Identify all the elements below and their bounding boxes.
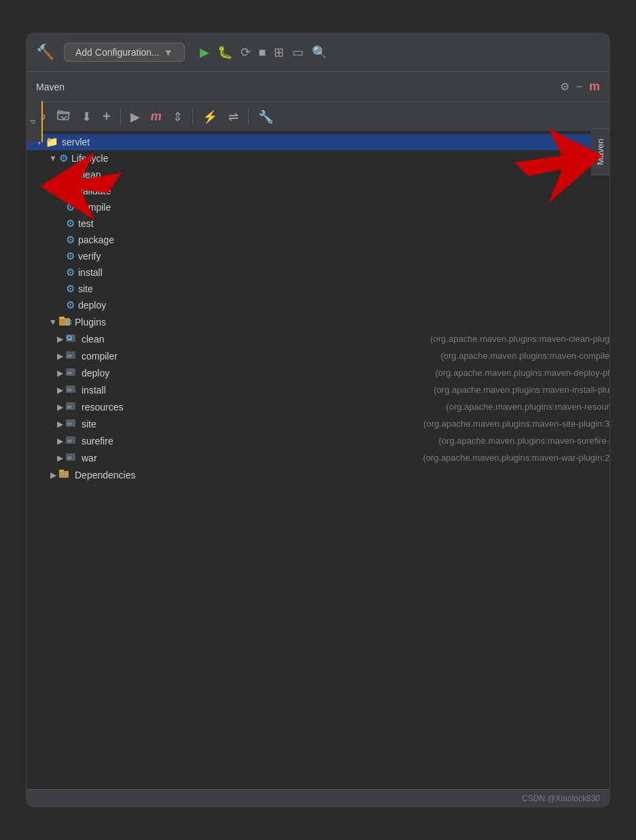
secondary-toolbar: ↻ ⬇ + ▶ m ⇕ ⚡ ⇌ 🔧	[26, 101, 610, 131]
gear-package-icon: ⚙	[66, 234, 75, 246]
plugin-install-label: install	[82, 385, 434, 396]
svg-text:m: m	[67, 387, 71, 392]
settings-icon[interactable]: ⚙	[560, 80, 569, 93]
folder-icon: 📁	[46, 136, 58, 148]
tree-item-deploy[interactable]: ⚙ deploy	[26, 297, 610, 313]
chevron-plugin-deploy-icon: ▶	[54, 368, 66, 378]
tree-item-clean[interactable]: ⚙ clean	[26, 167, 610, 183]
tree-item-test[interactable]: ⚙ test	[26, 215, 610, 232]
parallel-icon[interactable]: ⇕	[170, 108, 186, 126]
tree-area: ▼ 📁 servlet ▼ ⚙ Lifecycle ⚙ clean ⚙ vali…	[26, 131, 610, 789]
plugin-deploy-icon: m	[66, 366, 78, 379]
bottom-text: CSDN @Xiaolock830	[522, 794, 600, 803]
site-label: site	[78, 283, 610, 294]
deploy-label: deploy	[78, 300, 610, 311]
tree-plugin-clean[interactable]: ▶ m clean (org.apache.maven.plugins:mave…	[26, 330, 610, 347]
bottom-bar: CSDN @Xiaolock830	[26, 789, 610, 807]
plugin-war-sub: (org.apache.maven.plugins:maven-war-plug…	[423, 453, 610, 463]
gear-install-icon: ⚙	[66, 266, 75, 279]
plugin-install-sub: (org.apache.maven.plugins:maven-install-…	[434, 385, 610, 395]
chevron-plugin-surefire-icon: ▶	[54, 436, 66, 446]
panel-header: Maven ⚙ − m	[26, 71, 610, 101]
wrench-icon[interactable]: 🔧	[255, 108, 276, 126]
panel-header-icons: ⚙ − m	[560, 80, 600, 94]
hammer-icon: 🔨	[36, 43, 54, 61]
plugin-surefire-sub: (org.apache.maven.plugins:maven-surefire…	[439, 436, 610, 446]
search-icon[interactable]: 🔍	[312, 45, 327, 60]
separator3	[248, 109, 249, 125]
debug-icon[interactable]: 🐛	[217, 45, 232, 60]
tree-plugin-install[interactable]: ▶ m install (org.apache.maven.plugins:ma…	[26, 381, 610, 398]
tree-item-compile[interactable]: ⚙ compile	[26, 199, 610, 215]
minimize-icon[interactable]: −	[576, 81, 582, 93]
chevron-plugin-site-icon: ▶	[54, 419, 66, 429]
toolbar-icons: ▶ 🐛 ⟳ ■ ⊞ ▭ 🔍	[200, 45, 328, 60]
tree-plugin-surefire[interactable]: ▶ m surefire (org.apache.maven.plugins:m…	[26, 432, 610, 449]
plugin-clean-icon: m	[66, 332, 78, 345]
coverage-icon[interactable]: ⟳	[241, 45, 251, 60]
top-toolbar: 🔨 Add Configuration... ▼ ▶ 🐛 ⟳ ■ ⊞ ▭ 🔍	[26, 33, 610, 71]
lightning-icon[interactable]: ⚡	[200, 108, 220, 126]
svg-rect-4	[59, 317, 65, 319]
chevron-plugin-compiler-icon: ▶	[54, 351, 66, 361]
tree-plugin-site[interactable]: ▶ m site (org.apache.maven.plugins:maven…	[26, 415, 610, 432]
svg-text:m: m	[67, 404, 71, 409]
tree-item-package[interactable]: ⚙ package	[26, 232, 610, 248]
plugin-deploy-sub: (org.apache.maven.plugins:maven-deploy-p…	[435, 368, 610, 378]
left-strip: p	[26, 101, 43, 142]
dependencies-label: Dependencies	[75, 470, 610, 480]
plugin-war-label: war	[82, 453, 423, 463]
tree-plugin-war[interactable]: ▶ m war (org.apache.maven.plugins:maven-…	[26, 449, 610, 466]
tree-plugins[interactable]: ▼ Plugins	[26, 313, 610, 330]
skip-icon[interactable]: ⇌	[226, 108, 241, 126]
svg-rect-26	[61, 473, 64, 475]
add-icon[interactable]: +	[100, 107, 113, 126]
add-configuration-button[interactable]: Add Configuration... ▼	[64, 43, 185, 62]
tree-item-verify[interactable]: ⚙ verify	[26, 248, 610, 264]
tree-item-install[interactable]: ⚙ install	[26, 264, 610, 281]
plugins-folder-icon	[59, 315, 71, 328]
plugin-install-icon: m	[66, 383, 78, 396]
test-label: test	[78, 218, 610, 229]
compile-label: compile	[78, 202, 610, 213]
package-label: package	[78, 234, 610, 245]
svg-rect-25	[59, 470, 64, 472]
run-icon[interactable]: ▶	[200, 45, 209, 60]
tree-lifecycle[interactable]: ▼ ⚙ Lifecycle	[26, 150, 610, 167]
stop-icon[interactable]: ■	[259, 46, 266, 60]
gear-verify-icon: ⚙	[66, 250, 75, 262]
tree-item-site[interactable]: ⚙ site	[26, 281, 610, 297]
svg-text:m: m	[67, 455, 71, 460]
gear-validate-icon: ⚙	[66, 185, 75, 197]
lifecycle-label: Lifecycle	[71, 153, 610, 164]
svg-text:m: m	[69, 337, 73, 341]
plugin-deploy-label: deploy	[82, 368, 435, 379]
svg-rect-27	[65, 473, 68, 475]
layout-icon[interactable]: ⊞	[274, 45, 284, 60]
plugin-compiler-icon: m	[66, 349, 78, 362]
dependencies-icon	[59, 468, 71, 481]
tree-plugin-resources[interactable]: ▶ m resources (org.apache.maven.plugins:…	[26, 398, 610, 415]
svg-point-6	[67, 321, 70, 323]
maven-m-icon: m	[589, 80, 600, 94]
open-folder-icon[interactable]	[54, 107, 73, 126]
plugin-resources-label: resources	[82, 402, 446, 413]
maven-tab[interactable]: Maven	[591, 128, 610, 175]
maven-icon[interactable]: m	[148, 108, 164, 125]
lifecycle-icon: ⚙	[59, 152, 68, 164]
tree-plugin-compiler[interactable]: ▶ m compiler (org.apache.maven.plugins:m…	[26, 347, 610, 364]
chevron-plugin-resources-icon: ▶	[54, 402, 66, 412]
window-icon[interactable]: ▭	[292, 45, 304, 60]
tree-dependencies[interactable]: ▶ Dependencies	[26, 466, 610, 483]
plugin-resources-icon: m	[66, 400, 78, 413]
tree-root-servlet[interactable]: ▼ 📁 servlet	[26, 134, 610, 150]
svg-text:m: m	[67, 421, 71, 426]
plugin-resources-sub: (org.apache.maven.plugins:maven-resour	[446, 402, 610, 412]
svg-text:m: m	[67, 353, 71, 358]
download-icon[interactable]: ⬇	[79, 108, 94, 126]
tree-plugin-deploy[interactable]: ▶ m deploy (org.apache.maven.plugins:mav…	[26, 364, 610, 381]
run-lifecycle-icon[interactable]: ▶	[128, 108, 143, 126]
gear-test-icon: ⚙	[66, 217, 75, 230]
tree-item-validate[interactable]: ⚙ validate	[26, 183, 610, 199]
clean-label: clean	[78, 169, 610, 180]
